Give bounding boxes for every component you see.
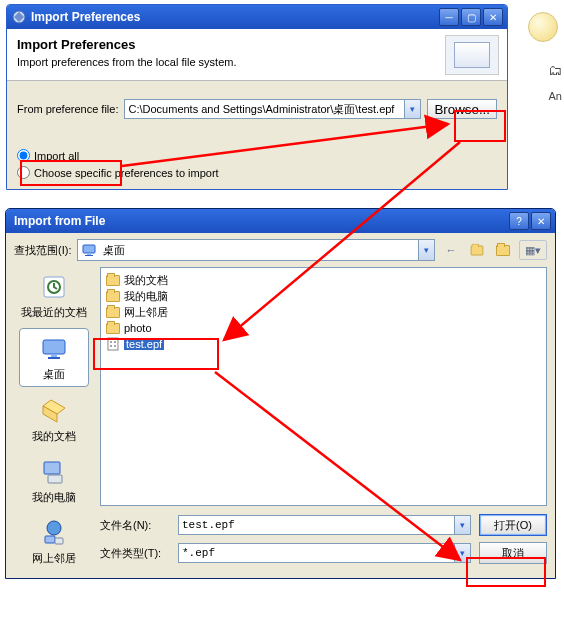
svg-rect-14 <box>108 338 118 350</box>
place-mydocs[interactable]: 我的文档 <box>19 391 89 448</box>
close-button[interactable]: ✕ <box>483 8 503 26</box>
file-listing[interactable]: 我的文档 我的电脑 网上邻居 photo test.epf <box>100 267 547 506</box>
place-recent[interactable]: 我最近的文档 <box>19 267 89 324</box>
help-button[interactable]: ? <box>509 212 529 230</box>
desktop-icon <box>81 242 97 258</box>
import-all-radio[interactable] <box>17 149 30 162</box>
folder-icon <box>105 320 121 336</box>
svg-rect-7 <box>51 354 57 357</box>
titlebar[interactable]: Import Preferences ─ ▢ ✕ <box>7 5 507 29</box>
chevron-down-icon[interactable]: ▾ <box>418 240 434 260</box>
dialog-title: Import Preferences <box>31 10 435 24</box>
radio-import-all[interactable]: Import all <box>17 149 497 162</box>
dialog-title: Import from File <box>10 214 505 228</box>
import-from-file-dialog: Import from File ? ✕ 查找范围(I): ▾ ← ▦▾ <box>5 208 556 579</box>
svg-rect-3 <box>85 255 93 256</box>
banner-icon <box>445 35 499 75</box>
preference-file-label: From preference file: <box>17 103 118 115</box>
folder-icon <box>105 272 121 288</box>
svg-point-17 <box>110 345 112 347</box>
svg-point-15 <box>110 341 112 343</box>
svg-rect-1 <box>83 245 95 253</box>
list-item[interactable]: 我的电脑 <box>105 288 542 304</box>
preference-file-input[interactable] <box>125 100 404 118</box>
lookin-label: 查找范围(I): <box>14 243 71 258</box>
filetype-label: 文件类型(T): <box>100 546 170 561</box>
banner: Import Preferences Import preferences fr… <box>7 29 507 81</box>
recent-icon <box>38 271 70 303</box>
up-icon[interactable] <box>467 240 487 260</box>
back-icon[interactable]: ← <box>441 240 461 260</box>
svg-rect-2 <box>87 253 91 255</box>
chevron-down-icon[interactable]: ▾ <box>404 100 420 118</box>
choose-specific-radio[interactable] <box>17 166 30 179</box>
filetype-combo[interactable]: ▾ <box>178 543 471 563</box>
svg-rect-10 <box>48 475 62 483</box>
svg-point-11 <box>47 521 61 535</box>
network-icon <box>38 517 70 549</box>
chevron-down-icon[interactable]: ▾ <box>454 544 470 562</box>
preference-file-combo[interactable]: ▾ <box>124 99 421 119</box>
bg-icon: 🗂 <box>548 62 562 78</box>
open-button[interactable]: 打开(O) <box>479 514 547 536</box>
folder-icon <box>105 304 121 320</box>
choose-specific-label: Choose specific preferences to import <box>34 167 219 179</box>
filetype-input[interactable] <box>179 544 454 562</box>
list-item[interactable]: 我的文档 <box>105 272 542 288</box>
desktop-icon <box>38 333 70 365</box>
maximize-button[interactable]: ▢ <box>461 8 481 26</box>
minimize-button[interactable]: ─ <box>439 8 459 26</box>
filename-combo[interactable]: ▾ <box>178 515 471 535</box>
new-folder-icon[interactable] <box>493 240 513 260</box>
place-desktop[interactable]: 桌面 <box>19 328 89 387</box>
svg-point-16 <box>114 341 116 343</box>
view-menu-icon[interactable]: ▦▾ <box>519 240 547 260</box>
list-item[interactable]: 网上邻居 <box>105 304 542 320</box>
mycomputer-icon <box>38 456 70 488</box>
bg-label: An <box>549 90 562 102</box>
list-item-selected[interactable]: test.epf <box>105 336 542 352</box>
places-bar: 我最近的文档 桌面 我的文档 我的电脑 网上邻居 <box>14 267 94 570</box>
app-icon <box>11 9 27 25</box>
bg-globe-icon <box>528 12 558 42</box>
svg-rect-8 <box>48 357 60 359</box>
file-icon <box>105 336 121 352</box>
svg-rect-13 <box>55 538 63 544</box>
import-all-label: Import all <box>34 150 79 162</box>
import-preferences-dialog: Import Preferences ─ ▢ ✕ Import Preferen… <box>6 4 508 190</box>
cancel-button[interactable]: 取消 <box>479 542 547 564</box>
svg-rect-9 <box>44 462 60 474</box>
close-button[interactable]: ✕ <box>531 212 551 230</box>
chevron-down-icon[interactable]: ▾ <box>454 516 470 534</box>
svg-point-18 <box>114 345 116 347</box>
filename-input[interactable] <box>179 516 454 534</box>
list-item[interactable]: photo <box>105 320 542 336</box>
svg-rect-12 <box>45 536 55 543</box>
mydocs-icon <box>38 395 70 427</box>
folder-icon <box>105 288 121 304</box>
banner-text: Import preferences from the local file s… <box>17 56 443 68</box>
banner-title: Import Preferences <box>17 37 443 52</box>
browse-button[interactable]: Browse... <box>427 99 497 119</box>
svg-rect-6 <box>43 340 65 354</box>
place-network[interactable]: 网上邻居 <box>19 513 89 570</box>
lookin-input[interactable] <box>100 240 418 260</box>
lookin-combo[interactable]: ▾ <box>77 239 435 261</box>
titlebar[interactable]: Import from File ? ✕ <box>6 209 555 233</box>
filename-label: 文件名(N): <box>100 518 170 533</box>
place-mycomputer[interactable]: 我的电脑 <box>19 452 89 509</box>
radio-choose[interactable]: Choose specific preferences to import <box>17 166 497 179</box>
